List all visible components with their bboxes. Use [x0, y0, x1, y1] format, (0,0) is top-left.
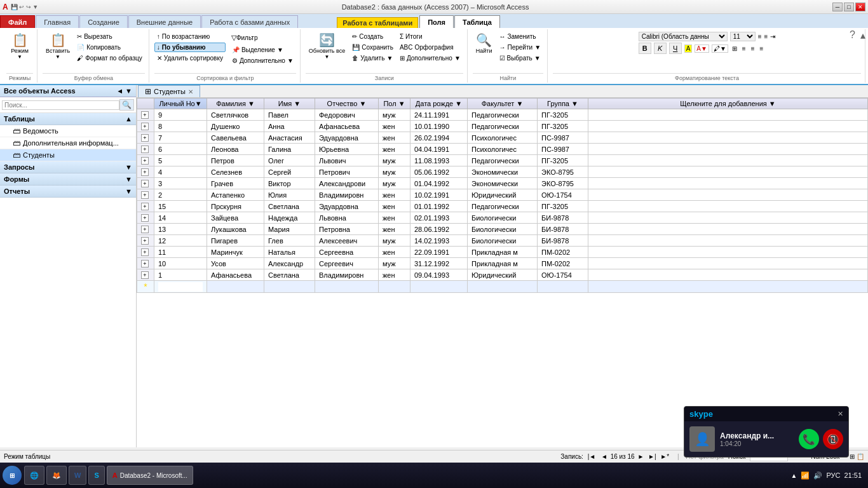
nav-prev-btn[interactable]: ◄ [601, 453, 607, 460]
ascending-button[interactable]: ↑ По возрастанию [154, 32, 226, 41]
students-table-tab[interactable]: ⊞ Студенты ✕ [138, 85, 200, 97]
row-expand-btn[interactable]: + [141, 226, 149, 233]
table-row[interactable]: +1АфанасьеваСветланаВладимировнжен09.04.… [137, 269, 868, 281]
selection-button[interactable]: 📌 Выделение ▼ [229, 45, 296, 55]
spell-button[interactable]: ABC Орфография [397, 43, 463, 52]
new-row-input-cell[interactable] [154, 281, 207, 293]
sidebar-section-tables[interactable]: Таблицы ▲ [0, 113, 136, 125]
tray-up-arrow[interactable]: ▲ [791, 472, 797, 479]
format-button[interactable]: 🖌 Формат по образцу [74, 53, 145, 63]
align-right-button[interactable]: ≡ [759, 45, 765, 52]
row-expand-btn[interactable]: + [141, 157, 149, 165]
table-row[interactable]: +5ПетровОлегЛьвовичмуж11.08.1993Педагоги… [137, 155, 868, 166]
sidebar-item-students[interactable]: 🗃 Студенты [0, 149, 136, 161]
row-expand-btn[interactable]: + [141, 111, 149, 119]
taskbar-skype[interactable]: S [88, 466, 104, 485]
row-expand-btn[interactable]: + [141, 191, 149, 199]
tab-table[interactable]: Таблица [454, 15, 500, 28]
delete-record-button[interactable]: 🗑 Удалить ▼ [349, 53, 396, 63]
tab-home[interactable]: Главная [36, 15, 79, 28]
row-expand-btn[interactable]: + [141, 214, 149, 222]
replace-button[interactable]: ↔ Заменить [497, 32, 544, 41]
table-row[interactable]: +12ПигаревГлевАлексеевичмуж14.02.1993Био… [137, 235, 868, 247]
sidebar-section-forms[interactable]: Формы ▼ [0, 173, 136, 186]
data-table-container[interactable]: Личный Но▼ Фамилия ▼ Имя ▼ Отчество ▼ По [137, 98, 868, 447]
row-expand-btn[interactable]: + [141, 146, 149, 153]
copy-button[interactable]: 📄 Копировать [74, 43, 145, 52]
nav-first-btn[interactable]: |◄ [588, 453, 596, 460]
grid-button[interactable]: ⊞ [731, 45, 738, 52]
help-btn[interactable]: ? [850, 29, 855, 41]
row-expand-btn[interactable]: + [141, 180, 149, 187]
table-row[interactable]: +6ЛеоноваГалинаЮрьевнажен04.04.1991Психо… [137, 144, 868, 155]
start-button[interactable]: ⊞ [3, 466, 22, 485]
taskbar-word[interactable]: W [69, 466, 86, 485]
row-expand-btn[interactable]: + [141, 260, 149, 268]
row-expand-btn[interactable]: + [141, 134, 149, 142]
cut-button[interactable]: ✂ Вырезать [74, 32, 145, 41]
col-faculty[interactable]: Факультет ▼ [468, 98, 538, 109]
sidebar-search-icon[interactable]: 🔍 [119, 99, 134, 111]
italic-button[interactable]: K [654, 43, 667, 54]
save-record-button[interactable]: 💾 Сохранить [349, 43, 396, 52]
col-gender[interactable]: Пол ▼ [379, 98, 410, 109]
nav-next-btn[interactable]: ► [637, 453, 644, 460]
table-row[interactable]: +4СелезневСергейПетровичмуж05.06.1992Эко… [137, 166, 868, 178]
filter-button[interactable]: ▽ Фильтр [229, 32, 296, 44]
row-expand-btn[interactable]: + [141, 248, 149, 256]
col-group[interactable]: Группа ▼ [538, 98, 588, 109]
row-expand-btn[interactable]: + [141, 123, 149, 130]
goto-button[interactable]: → Перейти ▼ [497, 43, 544, 52]
table-row[interactable]: +10УсовАлександрСергеевичмуж31.12.1992Пр… [137, 258, 868, 269]
lang-indicator[interactable]: РУС [826, 471, 840, 479]
sidebar-collapse-btn[interactable]: ◄ ▼ [116, 87, 132, 95]
close-btn[interactable]: ✕ [855, 3, 865, 11]
bold-button[interactable]: B [639, 43, 651, 54]
taskbar-firefox[interactable]: 🦊 [46, 466, 67, 485]
ribbon-collapse-btn[interactable]: ▴ [860, 29, 865, 41]
sidebar-item-dop-info[interactable]: 🗃 Дополнительная информац... [0, 137, 136, 149]
skype-accept-btn[interactable]: 📞 [799, 429, 819, 449]
table-row[interactable]: +14ЗайцеваНадеждаЛьвовнажен02.01.1993Био… [137, 212, 868, 224]
underline-button[interactable]: Ч [669, 43, 682, 54]
tab-file[interactable]: Файл [0, 15, 35, 28]
table-row[interactable]: +3ГрачевВикторАлександровимуж01.04.1992Э… [137, 178, 868, 189]
row-expand-btn[interactable]: + [141, 271, 149, 279]
new-row-input[interactable] [158, 282, 203, 292]
row-expand-btn[interactable]: + [141, 203, 149, 210]
nav-last-btn[interactable]: ►| [648, 453, 656, 460]
totals-button[interactable]: Σ Итоги [397, 32, 463, 41]
sidebar-section-reports[interactable]: Отчеты ▼ [0, 186, 136, 198]
skype-close-btn[interactable]: ✕ [837, 410, 843, 418]
col-last[interactable]: Фамилия ▼ [207, 98, 264, 109]
row-expand-btn[interactable]: + [141, 237, 149, 245]
table-row[interactable]: +15ПрскурняСветланаЭдуардовнажен01.01.19… [137, 201, 868, 212]
select-button[interactable]: ☑ Выбрать ▼ [497, 53, 544, 63]
col-first[interactable]: Имя ▼ [264, 98, 315, 109]
table-tab-close[interactable]: ✕ [188, 88, 193, 95]
tab-fields[interactable]: Поля [419, 15, 454, 28]
sidebar-item-vedomost[interactable]: 🗃 Ведомость [0, 125, 136, 137]
bg-color-button[interactable]: 🖍▼ [712, 44, 728, 53]
font-size-selector[interactable]: 11 [730, 32, 756, 41]
table-row[interactable]: +8ДушенкоАннаАфанасьеважен10.01.1990Педа… [137, 121, 868, 132]
table-row[interactable]: +9СветлячковПавелФедоровичмуж24.11.1991П… [137, 109, 868, 121]
font-selector[interactable]: Calibri (Область данны [639, 32, 728, 41]
row-expand-btn[interactable]: + [141, 168, 149, 176]
nav-new-btn[interactable]: ►* [660, 453, 669, 460]
paste-button[interactable]: 📋 Вставить ▼ [43, 32, 73, 62]
skype-reject-btn[interactable]: 📵 [823, 429, 843, 449]
sidebar-search-input[interactable] [2, 100, 119, 110]
descending-button[interactable]: ↓ По убыванию [154, 43, 226, 52]
col-add[interactable]: Щелкните для добавления ▼ [588, 98, 868, 109]
sidebar-section-queries[interactable]: Запросы ▼ [0, 161, 136, 173]
tab-create[interactable]: Создание [79, 15, 128, 28]
table-row[interactable]: +11МаринчукНатальяСергеевнажен22.09.1991… [137, 247, 868, 258]
maximize-btn[interactable]: □ [844, 3, 854, 11]
advanced-button[interactable]: ⚙ Дополнительно ▼ [229, 56, 296, 65]
table-row[interactable]: +7СавельеваАнастасияЭдуардовнажен26.02.1… [137, 132, 868, 144]
mode-button[interactable]: 📋 Режим ▼ [8, 32, 32, 62]
col-id[interactable]: Личный Но▼ [154, 98, 207, 109]
col-middle[interactable]: Отчество ▼ [315, 98, 379, 109]
minimize-btn[interactable]: ─ [832, 3, 843, 11]
